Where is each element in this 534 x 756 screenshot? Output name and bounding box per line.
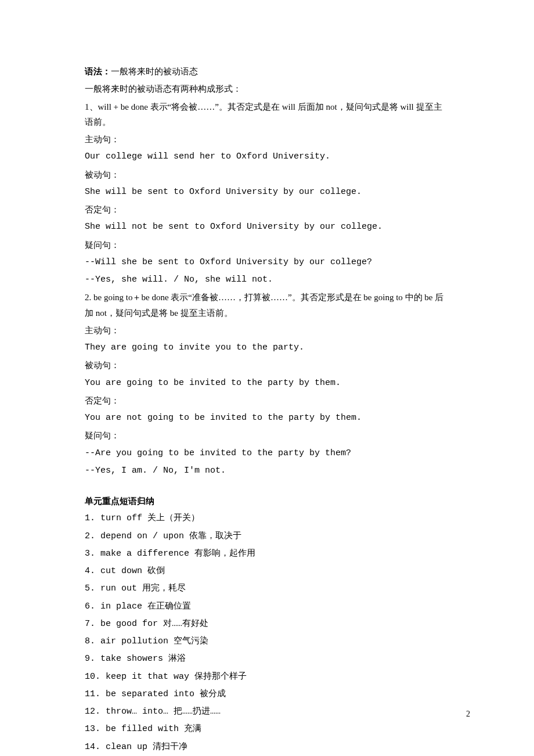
active-label-2: 主动句： [85,323,449,338]
q-label-1: 疑问句： [85,237,449,253]
neg-label-2: 否定句： [85,393,449,408]
rule1-q: --Will she be sent to Oxford University … [85,255,449,270]
rule1-active: Our college will send her to Oxford Univ… [85,149,449,164]
phrase-item: 11. be separated into 被分成 [85,687,449,702]
passive-label-2: 被动句： [85,358,449,373]
phrase-item: 6. in place 在正确位置 [85,599,449,614]
page: 语法：一般将来时的被动语态 一般将来时的被动语态有两种构成形式： 1、will … [0,0,534,756]
rule1-passive: She will be sent to Oxford University by… [85,185,449,200]
rule2-active: They are going to invite you to the part… [85,340,449,355]
grammar-intro: 一般将来时的被动语态有两种构成形式： [85,81,449,96]
rule1-neg: She will not be sent to Oxford Universit… [85,219,449,235]
grammar-title-text: 一般将来时的被动语态 [111,67,198,76]
grammar-title-prefix: 语法： [85,67,111,76]
rule2-passive: You are going to be invited to the party… [85,376,449,391]
phrase-item: 14. clean up 清扫干净 [85,740,449,755]
rule1-a: --Yes, she will. / No, she will not. [85,272,449,287]
phrase-item: 12. throw… into… 把……扔进…… [85,704,449,719]
gap [85,481,449,494]
neg-label-1: 否定句： [85,202,449,217]
page-number: 2 [466,707,470,722]
phrase-item: 4. cut down 砍倒 [85,564,449,579]
rule2-q: --Are you going to be invited to the par… [85,446,449,461]
phrase-item: 7. be good for 对……有好处 [85,617,449,632]
rule2-a: --Yes, I am. / No, I'm not. [85,463,449,478]
phrase-item: 13. be filled with 充满 [85,722,449,737]
grammar-rule2: 2. be going to＋be done 表示“准备被……，打算被……”。其… [85,290,449,321]
phrase-item: 8. air pollution 空气污染 [85,634,449,649]
phrases-list: 1. turn off 关上（开关） 2. depend on / upon 依… [85,511,449,756]
phrase-item: 3. make a difference 有影响，起作用 [85,546,449,561]
q-label-2: 疑问句： [85,428,449,443]
active-label-1: 主动句： [85,132,449,147]
phrase-item: 9. take showers 淋浴 [85,651,449,667]
phrase-item: 1. turn off 关上（开关） [85,511,449,526]
grammar-rule1: 1、will + be done 表示“将会被……”。其否定式是在 will 后… [85,99,449,130]
phrase-item: 10. keep it that way 保持那个样子 [85,669,449,685]
passive-label-1: 被动句： [85,167,449,182]
phrases-heading: 单元重点短语归纳 [85,494,449,509]
grammar-title: 语法：一般将来时的被动语态 [85,64,449,79]
phrase-item: 5. run out 用完，耗尽 [85,581,449,596]
phrase-item: 2. depend on / upon 依靠，取决于 [85,529,449,544]
rule2-neg: You are not going to be invited to the p… [85,411,449,426]
